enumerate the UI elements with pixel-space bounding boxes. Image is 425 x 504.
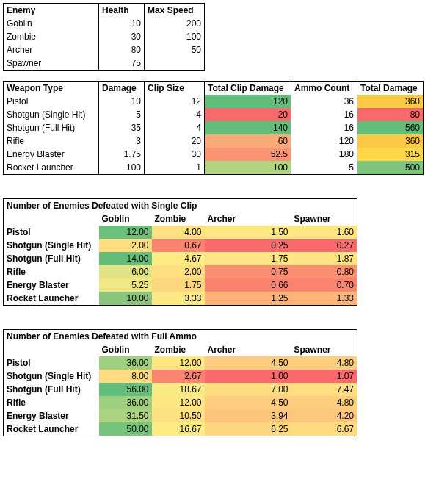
defeat-value: 0.80 [291,265,357,278]
weapon-ac: 16 [291,108,357,121]
weapon-damage: 35 [99,121,145,134]
clip-defeats-title: Number of Enemies Defeated with Single C… [4,199,357,213]
defeat-value: 1.75 [205,252,291,265]
weapon-td: 360 [357,95,424,108]
enemy-row: Zombie30100 [4,30,205,43]
defeat-value: 3.94 [205,409,291,422]
defeat-value: 14.00 [99,252,152,265]
defeat-value: 12.00 [99,226,152,239]
weapon-ac: 36 [291,95,357,108]
defeat-weapon: Rifle [4,265,99,278]
weapon-damage: 5 [99,108,145,121]
defeat-value: 0.25 [205,239,291,252]
weapon-tcd: 120 [205,95,291,108]
defeat-value: 1.60 [291,226,357,239]
ammo-defeats-h-zombie: Zombie [152,343,205,356]
defeat-value: 4.67 [152,252,205,265]
weapon-clip: 4 [145,121,205,134]
defeat-value: 7.00 [205,383,291,396]
defeat-value: 8.00 [99,370,152,383]
defeat-row: Rifle6.002.000.750.80 [4,265,357,278]
defeat-value: 1.75 [152,278,205,292]
weapon-tcd: 52.5 [205,148,291,161]
defeat-value: 10.00 [99,292,152,306]
defeat-value: 56.00 [99,383,152,396]
defeat-value: 3.33 [152,292,205,306]
weapon-damage: 3 [99,134,145,148]
defeat-value: 6.67 [291,422,357,436]
defeat-value: 16.67 [152,422,205,436]
enemy-row: Goblin10200 [4,17,205,30]
clip-defeats-table: Number of Enemies Defeated with Single C… [3,198,357,306]
enemies-header-health: Health [99,4,145,18]
enemy-health: 75 [99,57,145,71]
defeat-value: 2.00 [152,265,205,278]
weapon-ac: 5 [291,161,357,175]
weapon-tcd: 60 [205,134,291,148]
weapons-header-clip: Clip Size [145,82,205,96]
weapon-clip: 1 [145,161,205,175]
weapon-row: Rocket Launcher10011005500 [4,161,424,175]
enemy-name: Goblin [4,17,99,30]
defeat-weapon: Shotgun (Full Hit) [4,252,99,265]
defeat-value: 0.75 [205,265,291,278]
weapons-header-ac: Ammo Count [291,82,357,96]
defeat-value: 5.25 [99,278,152,292]
weapon-ac: 120 [291,134,357,148]
defeat-weapon: Energy Blaster [4,409,99,422]
defeat-row: Shotgun (Full Hit)14.004.671.751.87 [4,252,357,265]
weapon-td: 80 [357,108,424,121]
weapon-damage: 10 [99,95,145,108]
ammo-defeats-blank [4,343,99,356]
enemy-speed: 200 [145,17,205,30]
defeat-row: Pistol12.004.001.501.60 [4,226,357,239]
weapon-row: Rifle32060120360 [4,134,424,148]
defeat-value: 12.00 [152,396,205,409]
defeat-value: 10.50 [152,409,205,422]
defeat-value: 1.07 [291,370,357,383]
defeat-value: 50.00 [99,422,152,436]
defeat-row: Rocket Launcher50.0016.676.256.67 [4,422,357,436]
weapons-header-td: Total Damage [357,82,424,96]
defeat-value: 31.50 [99,409,152,422]
defeat-value: 2.67 [152,370,205,383]
weapons-header-type: Weapon Type [4,82,99,96]
weapon-td: 500 [357,161,424,175]
defeat-weapon: Rocket Launcher [4,292,99,306]
weapon-name: Pistol [4,95,99,108]
weapon-tcd: 100 [205,161,291,175]
enemy-speed [145,57,205,71]
defeat-value: 6.25 [205,422,291,436]
defeat-weapon: Rifle [4,396,99,409]
clip-defeats-h-zombie: Zombie [152,212,205,226]
defeat-row: Pistol36.0012.004.504.80 [4,356,357,370]
defeat-value: 4.80 [291,396,357,409]
defeat-value: 1.25 [205,292,291,306]
defeat-value: 0.66 [205,278,291,292]
defeat-value: 18.67 [152,383,205,396]
defeat-value: 12.00 [152,356,205,370]
weapon-name: Rifle [4,134,99,148]
ammo-defeats-h-goblin: Goblin [99,343,152,356]
enemy-name: Spawner [4,57,99,71]
defeat-value: 36.00 [99,396,152,409]
defeat-value: 0.70 [291,278,357,292]
enemy-row: Spawner75 [4,57,205,71]
defeat-value: 4.20 [291,409,357,422]
defeat-row: Shotgun (Full Hit)56.0018.677.007.47 [4,383,357,396]
weapon-clip: 12 [145,95,205,108]
weapon-td: 560 [357,121,424,134]
enemy-speed: 50 [145,43,205,57]
enemies-header-speed: Max Speed [145,4,205,18]
weapon-name: Energy Blaster [4,148,99,161]
defeat-value: 4.50 [205,396,291,409]
clip-defeats-blank [4,212,99,226]
weapon-td: 360 [357,134,424,148]
defeat-value: 6.00 [99,265,152,278]
weapon-name: Shotgun (Single Hit) [4,108,99,121]
defeat-row: Energy Blaster31.5010.503.944.20 [4,409,357,422]
weapon-td: 315 [357,148,424,161]
defeat-row: Energy Blaster5.251.750.660.70 [4,278,357,292]
defeat-value: 4.00 [152,226,205,239]
defeat-row: Rifle36.0012.004.504.80 [4,396,357,409]
